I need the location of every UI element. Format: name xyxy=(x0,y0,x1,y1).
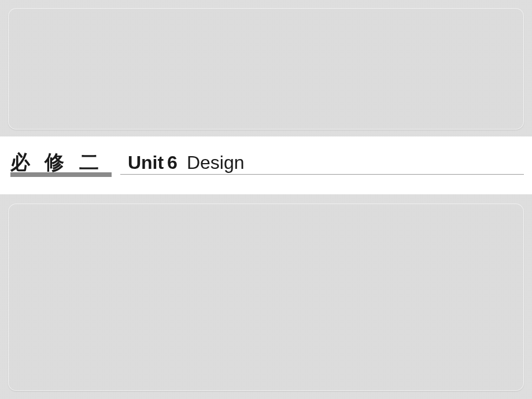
title-underline xyxy=(10,171,532,177)
slide-container: 必 修 二 Unit 6 Design xyxy=(0,0,532,399)
unit-prefix: Unit xyxy=(128,152,164,173)
title-english-label: Unit 6 Design xyxy=(128,152,245,173)
unit-name: Design xyxy=(187,152,245,173)
thick-underline xyxy=(10,172,112,177)
top-decorative-panel xyxy=(8,8,524,130)
title-band: 必 修 二 Unit 6 Design xyxy=(0,136,532,194)
title-row: 必 修 二 Unit 6 Design xyxy=(10,149,532,182)
thin-underline xyxy=(120,174,524,175)
bottom-decorative-panel xyxy=(8,204,524,391)
unit-number: 6 xyxy=(167,152,178,173)
